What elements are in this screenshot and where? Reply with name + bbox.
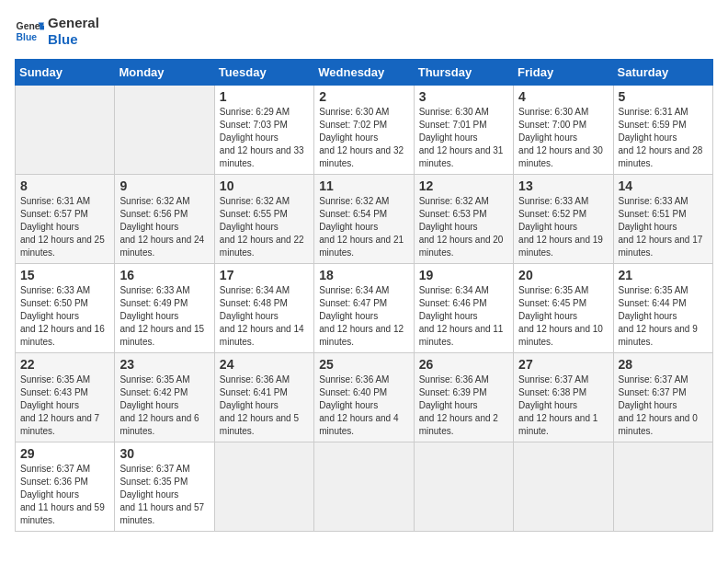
day-number: 16: [119, 268, 209, 282]
day-info: Sunrise: 6:35 AMSunset: 6:43 PMDaylight …: [20, 373, 109, 438]
day-number: 20: [518, 268, 608, 282]
day-info: Sunrise: 6:30 AMSunset: 7:01 PMDaylight …: [419, 106, 508, 170]
day-info: Sunrise: 6:33 AMSunset: 6:51 PMDaylight …: [619, 195, 708, 259]
day-info: Sunrise: 6:32 AMSunset: 6:53 PMDaylight …: [419, 195, 508, 259]
day-number: 17: [220, 268, 309, 282]
day-info: Sunrise: 6:37 AMSunset: 6:37 PMDaylight …: [619, 373, 708, 438]
calendar-cell: [314, 442, 414, 532]
calendar-cell: 13 Sunrise: 6:33 AMSunset: 6:52 PMDaylig…: [514, 175, 613, 264]
day-number: 1: [220, 89, 309, 104]
logo-general: General: [48, 15, 99, 31]
week-row-1: 1 Sunrise: 6:29 AMSunset: 7:03 PMDayligh…: [16, 86, 713, 175]
day-info: Sunrise: 6:37 AMSunset: 6:35 PMDaylight …: [119, 463, 209, 527]
calendar-cell: 20 Sunrise: 6:35 AMSunset: 6:45 PMDaylig…: [514, 264, 613, 353]
day-number: 3: [419, 89, 508, 104]
calendar-cell: 1 Sunrise: 6:29 AMSunset: 7:03 PMDayligh…: [214, 86, 313, 175]
day-info: Sunrise: 6:35 AMSunset: 6:42 PMDaylight …: [119, 373, 209, 438]
day-info: Sunrise: 6:31 AMSunset: 6:57 PMDaylight …: [20, 195, 109, 259]
day-number: 30: [119, 446, 209, 461]
day-number: 18: [319, 268, 408, 282]
day-number: 15: [20, 268, 109, 282]
day-number: 10: [220, 178, 309, 193]
day-info: Sunrise: 6:33 AMSunset: 6:49 PMDaylight …: [119, 284, 209, 349]
calendar-cell: 26 Sunrise: 6:36 AMSunset: 6:39 PMDaylig…: [414, 353, 513, 442]
calendar-cell: 19 Sunrise: 6:34 AMSunset: 6:46 PMDaylig…: [414, 264, 513, 353]
day-number: 12: [419, 178, 508, 193]
calendar-cell: 30 Sunrise: 6:37 AMSunset: 6:35 PMDaylig…: [115, 442, 214, 532]
day-info: Sunrise: 6:33 AMSunset: 6:52 PMDaylight …: [518, 195, 608, 259]
calendar-cell: [414, 442, 513, 532]
day-number: 5: [619, 89, 708, 104]
calendar-cell: 12 Sunrise: 6:32 AMSunset: 6:53 PMDaylig…: [414, 175, 513, 264]
day-number: 23: [119, 357, 209, 372]
col-header-saturday: Saturday: [613, 60, 712, 86]
calendar-cell: 9 Sunrise: 6:32 AMSunset: 6:56 PMDayligh…: [115, 175, 214, 264]
calendar-cell: 11 Sunrise: 6:32 AMSunset: 6:54 PMDaylig…: [314, 175, 414, 264]
day-info: Sunrise: 6:37 AMSunset: 6:38 PMDaylight …: [518, 373, 608, 438]
day-number: 25: [319, 357, 408, 372]
day-info: Sunrise: 6:32 AMSunset: 6:54 PMDaylight …: [319, 195, 408, 259]
calendar-cell: 22 Sunrise: 6:35 AMSunset: 6:43 PMDaylig…: [16, 353, 115, 442]
calendar-cell: 18 Sunrise: 6:34 AMSunset: 6:47 PMDaylig…: [314, 264, 414, 353]
day-info: Sunrise: 6:33 AMSunset: 6:50 PMDaylight …: [20, 284, 109, 349]
day-info: Sunrise: 6:36 AMSunset: 6:40 PMDaylight …: [319, 373, 408, 438]
day-number: 14: [619, 178, 708, 193]
calendar-cell: 16 Sunrise: 6:33 AMSunset: 6:49 PMDaylig…: [115, 264, 214, 353]
day-info: Sunrise: 6:31 AMSunset: 6:59 PMDaylight …: [619, 106, 708, 170]
day-info: Sunrise: 6:32 AMSunset: 6:56 PMDaylight …: [119, 195, 209, 259]
week-row-3: 15 Sunrise: 6:33 AMSunset: 6:50 PMDaylig…: [16, 264, 713, 353]
calendar-cell: 5 Sunrise: 6:31 AMSunset: 6:59 PMDayligh…: [613, 86, 712, 175]
day-number: 2: [319, 89, 408, 104]
day-number: 4: [518, 89, 608, 104]
day-number: 29: [20, 446, 109, 461]
day-info: Sunrise: 6:30 AMSunset: 7:02 PMDaylight …: [319, 106, 408, 170]
col-header-tuesday: Tuesday: [214, 60, 313, 86]
calendar-cell: 25 Sunrise: 6:36 AMSunset: 6:40 PMDaylig…: [314, 353, 414, 442]
calendar-cell: 8 Sunrise: 6:31 AMSunset: 6:57 PMDayligh…: [16, 175, 115, 264]
day-number: 27: [518, 357, 608, 372]
week-row-4: 22 Sunrise: 6:35 AMSunset: 6:43 PMDaylig…: [16, 353, 713, 442]
calendar-cell: 14 Sunrise: 6:33 AMSunset: 6:51 PMDaylig…: [613, 175, 712, 264]
day-number: 26: [419, 357, 508, 372]
logo-icon: General Blue: [15, 17, 44, 46]
col-header-wednesday: Wednesday: [314, 60, 414, 86]
day-number: 21: [619, 268, 708, 282]
calendar-cell: 10 Sunrise: 6:32 AMSunset: 6:55 PMDaylig…: [214, 175, 313, 264]
day-info: Sunrise: 6:29 AMSunset: 7:03 PMDaylight …: [220, 106, 309, 170]
calendar-cell: [613, 442, 712, 532]
day-number: 8: [20, 178, 109, 193]
svg-marker-3: [40, 26, 44, 30]
calendar-cell: 29 Sunrise: 6:37 AMSunset: 6:36 PMDaylig…: [16, 442, 115, 532]
day-number: 24: [220, 357, 309, 372]
day-number: 13: [518, 178, 608, 193]
calendar-cell: 24 Sunrise: 6:36 AMSunset: 6:41 PMDaylig…: [214, 353, 313, 442]
calendar-cell: [514, 442, 613, 532]
svg-text:Blue: Blue: [17, 32, 38, 42]
calendar-cell: 4 Sunrise: 6:30 AMSunset: 7:00 PMDayligh…: [514, 86, 613, 175]
day-info: Sunrise: 6:30 AMSunset: 7:00 PMDaylight …: [518, 106, 608, 170]
calendar-cell: 2 Sunrise: 6:30 AMSunset: 7:02 PMDayligh…: [314, 86, 414, 175]
day-info: Sunrise: 6:34 AMSunset: 6:46 PMDaylight …: [419, 284, 508, 349]
day-info: Sunrise: 6:32 AMSunset: 6:55 PMDaylight …: [220, 195, 309, 259]
calendar-cell: [214, 442, 313, 532]
day-info: Sunrise: 6:36 AMSunset: 6:39 PMDaylight …: [419, 373, 508, 438]
day-number: 19: [419, 268, 508, 282]
logo-blue: Blue: [48, 31, 99, 48]
calendar-cell: 3 Sunrise: 6:30 AMSunset: 7:01 PMDayligh…: [414, 86, 513, 175]
col-header-thursday: Thursday: [414, 60, 513, 86]
calendar-cell: 23 Sunrise: 6:35 AMSunset: 6:42 PMDaylig…: [115, 353, 214, 442]
day-info: Sunrise: 6:35 AMSunset: 6:44 PMDaylight …: [619, 284, 708, 349]
day-number: 9: [119, 178, 209, 193]
calendar-cell: 21 Sunrise: 6:35 AMSunset: 6:44 PMDaylig…: [613, 264, 712, 353]
day-info: Sunrise: 6:35 AMSunset: 6:45 PMDaylight …: [518, 284, 608, 349]
calendar-cell: 15 Sunrise: 6:33 AMSunset: 6:50 PMDaylig…: [16, 264, 115, 353]
header-row: SundayMondayTuesdayWednesdayThursdayFrid…: [16, 60, 713, 86]
calendar-cell: 27 Sunrise: 6:37 AMSunset: 6:38 PMDaylig…: [514, 353, 613, 442]
day-info: Sunrise: 6:36 AMSunset: 6:41 PMDaylight …: [220, 373, 309, 438]
calendar-cell: 17 Sunrise: 6:34 AMSunset: 6:48 PMDaylig…: [214, 264, 313, 353]
week-row-5: 29 Sunrise: 6:37 AMSunset: 6:36 PMDaylig…: [16, 442, 713, 532]
calendar-cell: [115, 86, 214, 175]
calendar-cell: 28 Sunrise: 6:37 AMSunset: 6:37 PMDaylig…: [613, 353, 712, 442]
week-row-2: 8 Sunrise: 6:31 AMSunset: 6:57 PMDayligh…: [16, 175, 713, 264]
day-info: Sunrise: 6:34 AMSunset: 6:48 PMDaylight …: [220, 284, 309, 349]
